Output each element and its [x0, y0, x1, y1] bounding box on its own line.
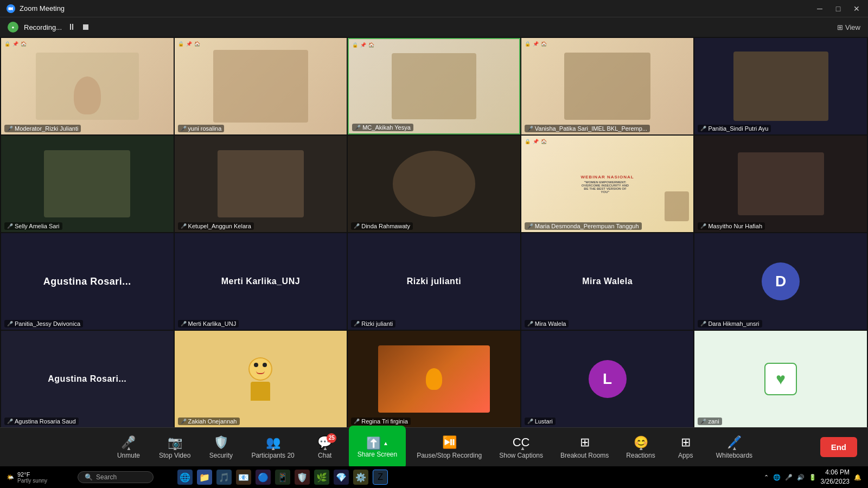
captions-label: Show Captions [499, 452, 543, 459]
edge-browser-icon[interactable]: 🌐 [177, 470, 193, 485]
recording-indicator: ● [8, 22, 18, 33]
chat-button[interactable]: 💬 25 ▲ Chat [303, 428, 347, 466]
participant-name-5: Panitia_Sindi Putri Ayu [708, 125, 768, 132]
system-taskbar: 🌤️ 92°F Partly sunny ⊞ 🔍 Search ⧉ 🌐 📁 🎵 … [0, 466, 868, 488]
reactions-button[interactable]: 😊 ▲ Reactions [617, 428, 663, 466]
name-display-12: Merti Karlika_UNJ [221, 277, 300, 286]
search-placeholder: Search [96, 473, 117, 481]
app-icon-5[interactable]: 💎 [334, 470, 349, 485]
zoom-taskbar-icon[interactable]: Z [373, 470, 388, 485]
breakout-rooms-button[interactable]: ⊞ Breakout Rooms [552, 428, 617, 466]
reactions-chevron-icon[interactable]: ▲ [639, 445, 644, 451]
chat-badge: 25 [327, 433, 336, 443]
chat-chevron-icon[interactable]: ▲ [322, 445, 328, 451]
windows-start-button[interactable]: ⊞ [58, 470, 73, 485]
name-tag-6: 🎤 Selly Amelia Sari [4, 222, 62, 230]
name-placeholder-13: Rizki julianti [348, 233, 520, 330]
antivirus-icon[interactable]: 🛡️ [295, 470, 310, 485]
video-cell-14: Mira Walela 🎤 Mira Walela [521, 233, 694, 330]
volume-icon[interactable]: 🔊 [797, 474, 805, 481]
tray-show-icon[interactable]: ⌃ [764, 474, 769, 481]
breakout-icon: ⊞ [580, 435, 590, 450]
video-cell-18: 🎤 Regina Tri firginia [348, 331, 520, 427]
share-screen-chevron-icon[interactable]: ▲ [383, 440, 388, 446]
maximize-button[interactable]: □ [833, 4, 843, 14]
video-cell-10: 🎤 Masyitho Nur Hafiah [694, 136, 867, 232]
mic-system-icon[interactable]: 🎤 [785, 474, 793, 481]
share-screen-label: Share Screen [358, 451, 397, 458]
video-cell-6: 🎤 Selly Amelia Sari [1, 136, 174, 232]
mic-muted-icon-13: 🎤 [354, 321, 360, 326]
taskbar-search[interactable]: 🔍 Search [78, 471, 154, 483]
name-tag-13: 🎤 Rizki julianti [351, 320, 395, 328]
view-button[interactable]: ⊞ View [837, 23, 860, 31]
stop-video-button[interactable]: 📷 ▲ Stop Video [150, 428, 200, 466]
pause-recording-button[interactable]: ⏯️ Pause/Stop Recording [408, 428, 490, 466]
whiteboards-chevron-icon[interactable]: ▲ [732, 445, 737, 451]
camera-icon: 📷 ▲ [168, 435, 182, 450]
clock-date: 3/26/2023 [821, 477, 850, 486]
unmute-label: Unmute [117, 452, 140, 459]
participant-name-13: Rizki julianti [361, 320, 393, 327]
name-placeholder-16: Agustina Rosari... [1, 331, 174, 427]
video-cell-17: 🎤 Zakiah Onejannah [175, 331, 347, 427]
reactions-label: Reactions [626, 452, 655, 459]
participants-chevron-icon[interactable]: ▲ [271, 445, 276, 451]
avatar-d: D [762, 262, 800, 300]
unmute-chevron-icon[interactable]: ▲ [126, 445, 131, 451]
captions-button[interactable]: CC ▲ Show Captions [490, 428, 552, 466]
view-label: View [845, 23, 860, 31]
search-icon: 🔍 [85, 473, 93, 481]
app-icon-1[interactable]: 🎵 [216, 470, 232, 485]
participant-name-20: zani [708, 418, 719, 425]
recording-pause-button[interactable]: ⏸ [67, 22, 76, 32]
whiteboards-button[interactable]: 🖊️ ▲ Whiteboards [707, 428, 761, 466]
app-icon-4[interactable]: 📱 [275, 470, 290, 485]
mic-muted-icon-8: 🎤 [354, 223, 360, 229]
video-cell-7: 🎤 Ketupel_Anggun Kelara [175, 136, 347, 232]
network-icon[interactable]: 🌐 [773, 474, 781, 481]
battery-icon[interactable]: 🔋 [809, 474, 816, 481]
end-button[interactable]: End [820, 437, 857, 457]
recording-stop-button[interactable]: ⏹ [81, 22, 90, 32]
mic-muted-icon-1: 🎤 [7, 126, 13, 131]
video-cell-3: 🔒 📌 🏠 🎤 MC_Akikah Yesya [348, 38, 520, 134]
mic-muted-icon-16: 🎤 [7, 419, 13, 424]
captions-chevron-icon[interactable]: ▲ [520, 445, 526, 451]
participant-name-4: Vanisha_Patika Sari_IMEL BKL_Peremp... [535, 125, 647, 132]
task-view-button[interactable]: ⧉ [158, 470, 173, 485]
system-tray: ⌃ 🌐 🎤 🔊 🔋 4:06 PM 3/26/2023 🔔 [757, 468, 868, 486]
video-cell-4: 🔒 📌 🏠 🎤 Vanisha_Patika Sari_IMEL BKL_Per… [521, 38, 694, 134]
toolbar: 🎤 ▲ Unmute 📷 ▲ Stop Video 🛡️ Security 👥 … [0, 427, 868, 466]
whiteboards-label: Whiteboards [716, 452, 752, 459]
mic-icon-3: 🎤 [355, 125, 361, 130]
participants-button[interactable]: 👥 ▲ Participants 20 [242, 428, 303, 466]
minimize-button[interactable]: ─ [815, 4, 825, 14]
mic-muted-icon-6: 🎤 [7, 223, 13, 229]
apps-icon: ⊞ [681, 435, 691, 450]
breakout-label: Breakout Rooms [560, 452, 609, 459]
video-cell-9: 🔒 📌 🏠 WEBINAR NASIONAL "WOMEN EMPOWERMEN… [521, 136, 694, 232]
name-tag-10: 🎤 Masyitho Nur Hafiah [698, 222, 765, 230]
name-tag-16: 🎤 Agustina Rosaria Saud [4, 418, 79, 425]
security-button[interactable]: 🛡️ Security [199, 428, 242, 466]
unmute-button[interactable]: 🎤 ▲ Unmute [107, 428, 150, 466]
app-icon-2[interactable]: 📧 [236, 470, 251, 485]
video-chevron-icon[interactable]: ▲ [173, 445, 178, 451]
settings-icon[interactable]: ⚙️ [353, 470, 368, 485]
video-cell-16: Agustina Rosari... 🎤 Agustina Rosaria Sa… [1, 331, 174, 427]
share-screen-button[interactable]: ⬆️ ▲ Share Screen [349, 426, 406, 469]
apps-button[interactable]: ⊞ Apps [664, 428, 707, 466]
participant-name-9: Maria Desmonda_Perempuan Tangguh [535, 223, 639, 229]
app-icon-3[interactable]: 🔵 [256, 470, 271, 485]
browser-icon[interactable]: 🌿 [314, 470, 329, 485]
name-tag-18: 🎤 Regina Tri firginia [351, 418, 411, 425]
participant-count-num: 20 [287, 452, 294, 459]
file-explorer-icon[interactable]: 📁 [197, 470, 212, 485]
participants-label: Participants 20 [251, 452, 294, 459]
notifications-icon[interactable]: 🔔 [854, 474, 861, 481]
security-label: Security [209, 452, 233, 459]
participant-name-19: Lustari [535, 418, 553, 425]
video-cell-1: 🔒 📌 🏠 🎤 Moderator_Rizki Julianti [1, 38, 174, 134]
close-button[interactable]: ✕ [852, 4, 861, 14]
